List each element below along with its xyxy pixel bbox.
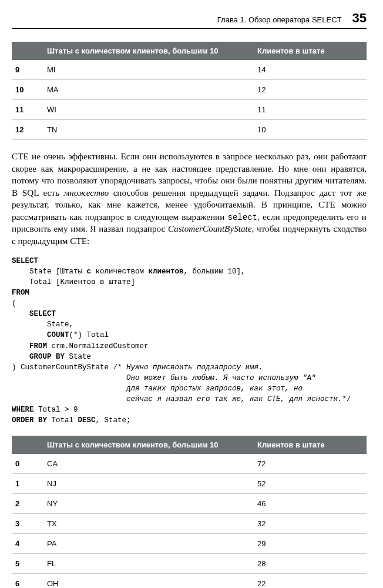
row-state: FL	[43, 553, 254, 573]
page-number: 35	[352, 11, 367, 26]
code-text: Total [Клиентов в штате]	[12, 278, 135, 286]
row-index: 6	[12, 573, 43, 588]
table-row: 9 MI 14	[12, 60, 367, 80]
row-count: 10	[254, 120, 367, 140]
body-paragraph: CTE не очень эффективны. Если они исполь…	[12, 151, 367, 248]
row-count: 28	[254, 553, 367, 573]
comment: Оно может быть любым. Я часто использую …	[12, 374, 316, 382]
row-state: CA	[43, 454, 254, 474]
row-count: 32	[254, 513, 367, 533]
row-state: PA	[43, 533, 254, 553]
row-index: 5	[12, 553, 43, 573]
row-state: NY	[43, 493, 254, 513]
row-index: 10	[12, 80, 43, 100]
kw-select: SELECT	[12, 310, 56, 318]
code-text	[12, 342, 29, 350]
row-index: 11	[12, 100, 43, 120]
table-row: 0 CA 72	[12, 454, 367, 474]
table-row: 6 OH 22	[12, 573, 367, 588]
table-row: 10 MA 12	[12, 80, 367, 100]
sql-code-block: SELECT State [Штаты с количеством клиент…	[12, 256, 367, 426]
code-text: State,	[12, 320, 73, 329]
row-index: 2	[12, 493, 43, 513]
code-text: (	[12, 299, 16, 308]
row-index: 3	[12, 513, 43, 533]
row-count: 22	[254, 573, 367, 588]
row-state: WI	[43, 100, 254, 120]
row-state: TN	[43, 120, 254, 140]
emphasis: CustomerCountByState	[168, 223, 252, 233]
kw-where: WHERE	[12, 406, 34, 414]
row-count: 11	[254, 100, 367, 120]
row-state: TX	[43, 513, 254, 533]
table-row: 5 FL 28	[12, 553, 367, 573]
col-state-header: Штаты с количеством клиентов, большим 10	[43, 436, 254, 454]
row-count: 72	[254, 454, 367, 474]
row-index: 4	[12, 533, 43, 553]
code-text	[12, 331, 47, 339]
result-table-top: Штаты с количеством клиентов, большим 10…	[12, 42, 367, 140]
col-state-header: Штаты с количеством клиентов, большим 10	[43, 42, 254, 60]
page-header: Глава 1. Обзор оператора SELECT 35	[12, 11, 367, 29]
row-state: MI	[43, 60, 254, 80]
code-text: */	[342, 395, 351, 403]
row-count: 52	[254, 473, 367, 493]
code-text	[12, 353, 29, 361]
table-row: 12 TN 10	[12, 120, 367, 140]
col-index-header	[12, 436, 43, 454]
col-count-header: Клиентов в штате	[254, 42, 367, 60]
kw-count: COUNT	[47, 331, 69, 339]
kw: клиентов	[149, 268, 184, 276]
code-text: Total > 9	[34, 406, 78, 414]
table-row: 2 NY 46	[12, 493, 367, 513]
code-text: ) CustomerCountByState /*	[12, 363, 126, 372]
kw: с	[87, 268, 92, 276]
table-row: 3 TX 32	[12, 513, 367, 533]
kw-from: FROM	[12, 289, 29, 297]
kw-orderby: ORDER BY	[12, 416, 47, 425]
table-row: 4 PA 29	[12, 533, 367, 553]
code-text: , большим 10],	[184, 268, 246, 276]
result-table-bottom: Штаты с количеством клиентов, большим 10…	[12, 436, 367, 589]
comment: для таких простых запросов, как этот, но	[12, 385, 303, 393]
code-text: Total	[47, 416, 78, 425]
row-index: 1	[12, 473, 43, 493]
code-text: , State;	[96, 416, 131, 425]
row-index: 9	[12, 60, 43, 80]
code-text: State	[65, 353, 91, 361]
row-state: OH	[43, 573, 254, 588]
kw-groupby: GROUP BY	[29, 353, 65, 361]
emphasis: множество	[63, 188, 109, 198]
code-text: State [Штаты	[12, 268, 87, 276]
kw-from: FROM	[29, 342, 47, 350]
row-count: 46	[254, 493, 367, 513]
row-count: 29	[254, 533, 367, 553]
row-index: 0	[12, 454, 43, 474]
row-index: 12	[12, 120, 43, 140]
col-index-header	[12, 42, 43, 60]
comment: Нужно присвоить подзапросу имя.	[126, 363, 263, 372]
row-state: NJ	[43, 473, 254, 493]
table-row: 1 NJ 52	[12, 473, 367, 493]
row-state: MA	[43, 80, 254, 100]
row-count: 14	[254, 60, 367, 80]
comment: сейчас я назвал его так же, как CTE, для…	[12, 395, 342, 403]
row-count: 12	[254, 80, 367, 100]
code-text: (*) Total	[69, 331, 109, 339]
kw-desc: DESC	[78, 416, 96, 425]
kw-select: SELECT	[12, 257, 38, 265]
code-text: crm.NormalizedCustomer	[47, 342, 149, 350]
chapter-title: Глава 1. Обзор оператора SELECT	[217, 15, 342, 24]
col-count-header: Клиентов в штате	[254, 436, 367, 454]
inline-code: select	[228, 213, 257, 222]
code-text: количеством	[91, 268, 149, 276]
table-row: 11 WI 11	[12, 100, 367, 120]
